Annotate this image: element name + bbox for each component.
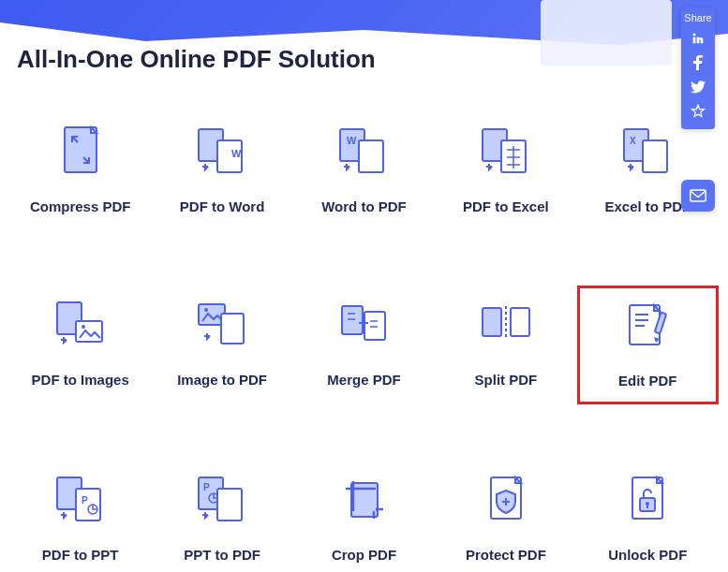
pdf-to-images-icon [51, 297, 111, 351]
linkedin-icon[interactable] [685, 26, 711, 51]
tool-protect-pdf[interactable]: Protect PDF [435, 461, 576, 572]
svg-rect-18 [221, 314, 244, 344]
pdf-to-ppt-icon: P [51, 472, 111, 526]
tool-label: Split PDF [475, 372, 538, 388]
tool-label: Merge PDF [327, 372, 400, 388]
pdf-to-excel-icon [476, 124, 536, 178]
edit-pdf-icon [617, 298, 677, 352]
tool-ppt-to-pdf[interactable]: P PPT to PDF [151, 461, 292, 572]
svg-rect-19 [342, 306, 363, 334]
hero-illustration [541, 0, 672, 66]
tool-label: Protect PDF [466, 547, 546, 563]
tool-excel-to-pdf[interactable]: X Excel to PDF [577, 112, 719, 229]
protect-pdf-icon [476, 472, 536, 526]
crop-pdf-icon [334, 472, 394, 526]
merge-pdf-icon [334, 297, 394, 351]
facebook-icon[interactable] [685, 51, 711, 75]
svg-rect-14 [76, 321, 102, 342]
svg-point-17 [204, 308, 208, 312]
tool-pdf-to-excel[interactable]: PDF to Excel [435, 112, 576, 229]
svg-rect-1 [65, 127, 97, 172]
tool-pdf-to-images[interactable]: PDF to Images [9, 286, 151, 404]
tool-label: Word to PDF [321, 198, 407, 214]
tool-label: Compress PDF [30, 198, 131, 214]
ppt-to-pdf-icon: P [192, 472, 252, 526]
tool-grid: Compress PDF W PDF to Word W Word to PDF… [0, 112, 728, 572]
tool-crop-pdf[interactable]: Crop PDF [293, 461, 435, 572]
pdf-to-word-icon: W [192, 124, 252, 178]
image-to-pdf-icon [192, 297, 252, 351]
svg-rect-20 [364, 312, 385, 340]
tool-label: Edit PDF [618, 373, 677, 389]
svg-text:W: W [231, 148, 242, 159]
excel-to-pdf-icon: X [617, 124, 677, 178]
tool-label: PPT to PDF [184, 547, 260, 563]
svg-text:X: X [630, 136, 636, 146]
favorite-icon[interactable] [685, 99, 711, 124]
svg-rect-7 [359, 140, 383, 172]
tool-edit-pdf[interactable]: Edit PDF [577, 286, 719, 404]
share-rail: Share [681, 7, 715, 129]
share-label: Share [684, 7, 711, 26]
compress-pdf-icon [51, 124, 111, 178]
tool-image-to-pdf[interactable]: Image to PDF [151, 286, 292, 404]
tool-pdf-to-word[interactable]: W PDF to Word [151, 112, 292, 229]
tool-label: Image to PDF [177, 372, 267, 388]
tool-label: Crop PDF [332, 547, 396, 563]
svg-rect-32 [217, 489, 242, 521]
tool-label: PDF to Word [180, 198, 265, 214]
tool-label: PDF to PPT [42, 547, 119, 563]
word-to-pdf-icon: W [334, 124, 394, 178]
tool-label: PDF to Images [32, 372, 129, 388]
tool-pdf-to-ppt[interactable]: P PDF to PPT [9, 461, 151, 572]
svg-rect-22 [511, 308, 529, 336]
svg-text:P: P [203, 482, 210, 492]
svg-text:W: W [347, 135, 357, 146]
split-pdf-icon [476, 297, 536, 351]
tool-compress-pdf[interactable]: Compress PDF [9, 112, 151, 229]
svg-point-15 [82, 325, 85, 329]
unlock-pdf-icon [617, 472, 677, 526]
svg-rect-21 [483, 308, 501, 336]
page-title: All-In-One Online PDF Solution [17, 45, 376, 74]
svg-rect-12 [643, 140, 667, 172]
tool-label: Unlock PDF [608, 547, 687, 563]
tool-unlock-pdf[interactable]: Unlock PDF [577, 461, 719, 572]
svg-text:P: P [82, 495, 88, 506]
tool-label: Excel to PDF [604, 198, 691, 214]
twitter-icon[interactable] [685, 75, 711, 99]
svg-rect-0 [691, 190, 706, 201]
tool-label: PDF to Excel [463, 198, 549, 214]
tool-word-to-pdf[interactable]: W Word to PDF [293, 112, 435, 229]
tool-split-pdf[interactable]: Split PDF [435, 286, 576, 404]
email-button[interactable] [681, 180, 715, 212]
tool-merge-pdf[interactable]: Merge PDF [293, 286, 435, 404]
svg-rect-26 [76, 489, 100, 521]
